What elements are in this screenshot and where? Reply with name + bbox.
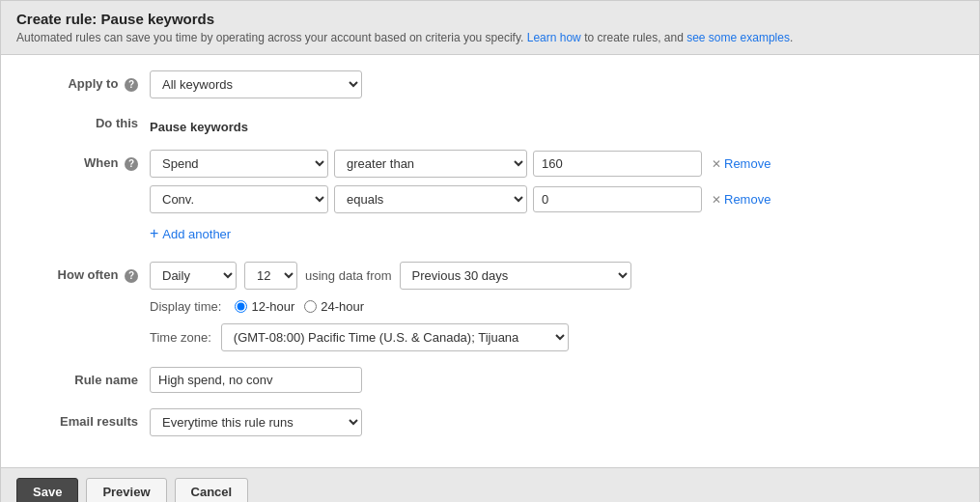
do-this-label: Do this <box>24 114 150 130</box>
header: Create rule: Pause keywords Automated ru… <box>1 1 979 55</box>
when-condition-select-1[interactable]: greater than less than equals <box>334 150 527 178</box>
when-metric-select-2[interactable]: Spend Conv. Clicks <box>150 185 328 213</box>
data-from-select[interactable]: Previous 30 days Today Yesterday Previou… <box>400 262 631 290</box>
do-this-content: Pause keywords <box>150 114 956 134</box>
examples-link[interactable]: see some examples <box>686 31 790 44</box>
when-help-icon[interactable]: ? <box>125 157 138 171</box>
email-results-row: Email results Everytime this rule runs N… <box>24 408 956 436</box>
remove-x-icon-1: ✕ <box>712 157 721 171</box>
remove-condition-2-button[interactable]: ✕ Remove <box>708 192 774 207</box>
when-condition-select-2[interactable]: greater than less than equals <box>334 185 527 213</box>
when-row: When ? Spend Conv. Clicks Impressions <box>24 150 956 246</box>
when-metric-select-1[interactable]: Spend Conv. Clicks Impressions <box>150 150 328 178</box>
rule-name-row: Rule name <box>24 367 956 393</box>
12hour-option[interactable]: 12-hour <box>235 299 294 314</box>
remove-condition-1-button[interactable]: ✕ Remove <box>708 156 774 171</box>
email-results-select[interactable]: Everytime this rule runs Never Only if t… <box>150 408 362 436</box>
rule-name-input[interactable] <box>150 367 362 393</box>
when-condition-row-1: Spend Conv. Clicks Impressions greater t… <box>150 150 774 178</box>
how-often-help-icon[interactable]: ? <box>125 269 138 283</box>
email-results-label: Email results <box>24 408 150 429</box>
hour-select[interactable]: 1234 5678 9101112 <box>244 262 297 290</box>
how-often-controls: Daily Weekly Monthly 1234 5678 9101112 u… <box>150 262 631 290</box>
add-another-button[interactable]: + Add another <box>150 221 231 246</box>
when-content: Spend Conv. Clicks Impressions greater t… <box>150 150 956 246</box>
page-title: Create rule: Pause keywords <box>16 11 964 27</box>
preview-button[interactable]: Preview <box>86 478 166 502</box>
footer: Save Preview Cancel <box>1 467 979 502</box>
using-data-label: using data from <box>305 268 392 283</box>
email-results-content: Everytime this rule runs Never Only if t… <box>150 408 956 436</box>
when-label: When ? <box>24 150 150 171</box>
header-description: Automated rules can save you time by ope… <box>16 31 964 44</box>
apply-to-help-icon[interactable]: ? <box>125 78 138 92</box>
how-often-row: How often ? Daily Weekly Monthly 1234 56… <box>24 262 956 351</box>
learn-how-link[interactable]: Learn how <box>527 31 581 44</box>
timezone-label: Time zone: <box>150 330 211 345</box>
when-rows: Spend Conv. Clicks Impressions greater t… <box>150 150 774 213</box>
how-often-label: How often ? <box>24 262 150 283</box>
do-this-row: Do this Pause keywords <box>24 114 956 134</box>
rule-name-label: Rule name <box>24 367 150 387</box>
remove-x-icon-2: ✕ <box>712 193 721 207</box>
apply-to-select[interactable]: All keywords Specific keywords <box>150 70 362 98</box>
display-time-row: Display time: 12-hour 24-hour <box>150 299 364 314</box>
how-often-content: Daily Weekly Monthly 1234 5678 9101112 u… <box>150 262 956 351</box>
apply-to-row: Apply to ? All keywords Specific keyword… <box>24 70 956 98</box>
when-value-input-2[interactable] <box>533 186 702 212</box>
24hour-option[interactable]: 24-hour <box>304 299 364 314</box>
cancel-button[interactable]: Cancel <box>175 478 249 502</box>
do-this-value: Pause keywords <box>150 114 248 134</box>
display-time-label: Display time: <box>150 299 221 314</box>
apply-to-label: Apply to ? <box>24 70 150 92</box>
when-value-input-1[interactable] <box>533 151 702 177</box>
apply-to-content: All keywords Specific keywords <box>150 70 956 98</box>
rule-name-content <box>150 367 956 393</box>
12hour-radio[interactable] <box>235 300 247 313</box>
when-condition-row-2: Spend Conv. Clicks greater than less tha… <box>150 185 774 213</box>
form-content: Apply to ? All keywords Specific keyword… <box>1 55 979 467</box>
timezone-select[interactable]: (GMT-08:00) Pacific Time (U.S. & Canada)… <box>221 323 569 351</box>
save-button[interactable]: Save <box>16 478 78 502</box>
frequency-select[interactable]: Daily Weekly Monthly <box>150 262 237 290</box>
main-container: Create rule: Pause keywords Automated ru… <box>0 0 980 502</box>
timezone-row: Time zone: (GMT-08:00) Pacific Time (U.S… <box>150 323 569 351</box>
24hour-radio[interactable] <box>304 300 317 313</box>
plus-icon: + <box>150 225 158 242</box>
